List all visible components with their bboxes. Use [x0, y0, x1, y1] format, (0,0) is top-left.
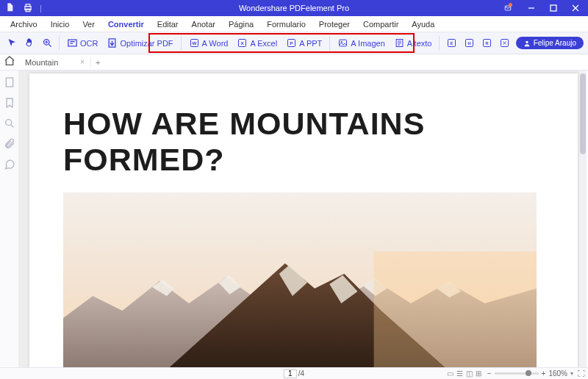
zoom-value: 160%	[548, 369, 567, 378]
svg-text:R: R	[485, 41, 488, 46]
close-button[interactable]	[566, 0, 585, 16]
image-icon	[337, 37, 348, 48]
comments-icon[interactable]	[4, 159, 15, 170]
page-number-input[interactable]	[284, 369, 297, 378]
svg-rect-34	[6, 78, 12, 87]
bookmarks-icon[interactable]	[4, 97, 15, 109]
page-indicator: /4	[284, 369, 304, 378]
excel-icon: X	[237, 37, 248, 48]
menu-compartir[interactable]: Compartir	[357, 18, 404, 30]
status-bar: /4 ▭ ☰ ◫ ⊞ − + 160% ▾ ⛶	[0, 367, 588, 379]
to-ppt-button[interactable]: P A PPT	[283, 36, 325, 50]
user-icon	[523, 40, 531, 47]
document-tabstrip: Mountain × +	[0, 54, 588, 71]
document-image	[63, 192, 537, 367]
notifications-icon[interactable]	[500, 0, 519, 16]
zoom-in-button[interactable]: +	[542, 369, 546, 378]
hand-tool-icon[interactable]	[22, 36, 37, 51]
pdf-page: HOW ARE MOUNTAINS FORMED?	[29, 73, 578, 367]
vertical-scrollbar[interactable]	[579, 71, 587, 367]
view-single-icon[interactable]: ▭	[447, 369, 453, 378]
title-bar: | Wondershare PDFelement Pro	[0, 0, 588, 16]
zoom-slider[interactable]	[495, 372, 539, 375]
tab-close-icon[interactable]: ×	[80, 58, 85, 66]
svg-text:X: X	[241, 40, 245, 46]
view-continuous-icon[interactable]: ☰	[456, 369, 463, 378]
to-html-icon[interactable]: H	[462, 36, 476, 51]
svg-rect-1	[26, 4, 30, 7]
print-icon[interactable]	[21, 1, 35, 15]
menu-convertir[interactable]: Convertir	[102, 18, 150, 30]
search-rail-icon[interactable]	[4, 118, 15, 129]
optimize-icon	[107, 37, 118, 48]
menu-editar[interactable]: Editar	[151, 18, 184, 30]
svg-line-9	[49, 44, 51, 46]
thumbnails-icon[interactable]	[4, 76, 15, 88]
text-icon	[394, 37, 405, 48]
document-tab[interactable]: Mountain ×	[19, 57, 91, 68]
view-grid-icon[interactable]: ⊞	[476, 369, 481, 378]
to-other-icon[interactable]	[497, 36, 512, 51]
to-image-button[interactable]: A Imagen	[334, 36, 387, 50]
optimize-pdf-button[interactable]: Optimizar PDF	[104, 36, 176, 50]
svg-rect-20	[340, 40, 347, 46]
user-pill[interactable]: Felipe Araujo	[516, 37, 584, 49]
zoom-control: − + 160% ▾	[487, 369, 573, 378]
ocr-icon	[67, 37, 78, 48]
document-viewport[interactable]: HOW ARE MOUNTAINS FORMED?	[19, 71, 579, 367]
zoom-tool-icon[interactable]	[40, 36, 54, 51]
view-two-page-icon[interactable]: ◫	[466, 369, 473, 378]
add-tab-button[interactable]: +	[91, 58, 104, 67]
to-excel-button[interactable]: X A Excel	[234, 36, 280, 50]
ocr-button[interactable]: OCR	[64, 36, 101, 50]
svg-text:E: E	[451, 41, 453, 46]
svg-text:H: H	[467, 41, 470, 46]
menu-anotar[interactable]: Anotar	[186, 18, 221, 30]
ppt-icon: P	[286, 37, 297, 48]
to-epub-icon[interactable]: E	[444, 36, 459, 51]
select-tool-icon[interactable]	[4, 36, 19, 51]
menu-archivo[interactable]: Archivo	[4, 18, 43, 30]
menu-bar: Archivo Inicio Ver Convertir Editar Anot…	[0, 16, 588, 32]
to-rtf-icon[interactable]: R	[479, 36, 494, 51]
menu-proteger[interactable]: Proteger	[313, 18, 356, 30]
minimize-button[interactable]	[522, 0, 541, 16]
svg-point-35	[5, 120, 11, 126]
fullscreen-icon[interactable]: ⛶	[578, 369, 585, 378]
to-word-button[interactable]: W A Word	[186, 36, 232, 50]
svg-rect-5	[551, 5, 556, 11]
menu-inicio[interactable]: Inicio	[45, 18, 76, 30]
scrollbar-thumb[interactable]	[580, 73, 586, 154]
menu-formulario[interactable]: Formulario	[261, 18, 312, 30]
svg-text:W: W	[192, 40, 196, 46]
to-text-button[interactable]: A texto	[391, 36, 435, 50]
attachments-icon[interactable]	[4, 138, 15, 150]
svg-text:P: P	[290, 40, 293, 46]
svg-rect-38	[374, 252, 537, 368]
document-heading: HOW ARE MOUNTAINS FORMED?	[29, 73, 578, 178]
menu-pagina[interactable]: Página	[223, 18, 259, 30]
app-logo-icon	[6, 2, 16, 14]
maximize-button[interactable]	[544, 0, 563, 16]
word-icon: W	[189, 37, 200, 48]
svg-point-33	[526, 40, 528, 43]
side-rail	[0, 71, 19, 367]
menu-ver[interactable]: Ver	[76, 18, 101, 30]
svg-line-36	[11, 125, 13, 127]
zoom-dropdown-icon[interactable]: ▾	[570, 370, 573, 377]
home-icon[interactable]	[4, 55, 15, 67]
convert-toolbar: OCR Optimizar PDF W A Word X A Excel P A…	[0, 32, 588, 54]
zoom-out-button[interactable]: −	[487, 369, 492, 378]
menu-ayuda[interactable]: Ayuda	[406, 18, 440, 30]
